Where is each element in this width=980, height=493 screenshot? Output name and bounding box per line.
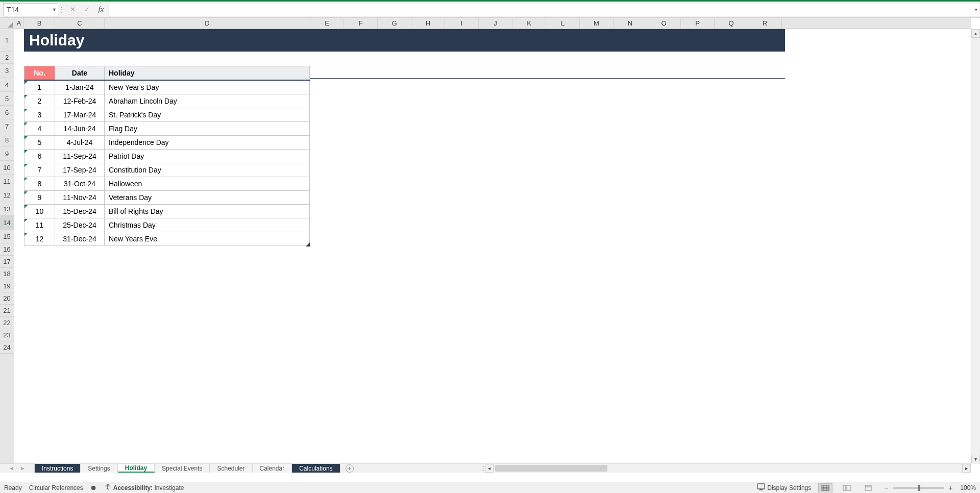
table-row[interactable]: 831-Oct-24Halloween xyxy=(24,177,310,191)
row-header-13[interactable]: 13 xyxy=(0,202,14,216)
row-header-3[interactable]: 3 xyxy=(0,64,14,78)
zoom-level[interactable]: 100% xyxy=(960,484,976,491)
col-header-holiday[interactable]: Holiday xyxy=(105,66,310,81)
sheet-tab-instructions[interactable]: Instructions xyxy=(35,464,81,473)
cell-holiday[interactable]: New Years Eve xyxy=(105,232,310,246)
name-box[interactable]: ▼ xyxy=(3,3,58,16)
col-header-G[interactable]: G xyxy=(378,18,411,29)
col-header-M[interactable]: M xyxy=(580,18,614,29)
cell-holiday[interactable]: Christmas Day xyxy=(105,218,310,232)
scroll-right-icon[interactable]: ► xyxy=(962,464,971,473)
table-row[interactable]: 414-Jun-24Flag Day xyxy=(24,122,310,136)
row-header-1[interactable]: 1 xyxy=(0,29,14,52)
col-header-L[interactable]: L xyxy=(546,18,580,29)
sheet-tab-calculations[interactable]: Calculations xyxy=(292,464,340,473)
formula-bar-expand-icon[interactable]: ▾ xyxy=(975,7,977,12)
cell-holiday[interactable]: Patriot Day xyxy=(105,150,310,163)
table-row[interactable]: 1015-Dec-24Bill of Rights Day xyxy=(24,205,310,218)
horizontal-scroll-thumb[interactable] xyxy=(495,465,607,472)
display-settings-button[interactable]: Display Settings xyxy=(757,483,811,492)
col-header-A[interactable]: A xyxy=(14,18,24,29)
cell-holiday[interactable]: Halloween xyxy=(105,177,310,191)
row-header-21[interactable]: 21 xyxy=(0,305,14,317)
cell-no[interactable]: 6 xyxy=(24,150,55,163)
scroll-left-icon[interactable]: ◄ xyxy=(485,464,494,473)
row-header-12[interactable]: 12 xyxy=(0,188,14,202)
row-header-18[interactable]: 18 xyxy=(0,268,14,280)
col-header-R[interactable]: R xyxy=(748,18,782,29)
view-page-layout-button[interactable] xyxy=(840,483,854,492)
cell-no[interactable]: 4 xyxy=(24,122,55,136)
formula-input-wrap[interactable]: ▾ xyxy=(108,3,980,16)
cell-date[interactable]: 25-Dec-24 xyxy=(55,218,105,232)
scroll-down-icon[interactable]: ▼ xyxy=(971,455,980,463)
cell-date[interactable]: 17-Mar-24 xyxy=(55,108,105,122)
row-header-2[interactable]: 2 xyxy=(0,52,14,64)
row-header-5[interactable]: 5 xyxy=(0,92,14,106)
cell-no[interactable]: 2 xyxy=(24,94,55,108)
row-header-23[interactable]: 23 xyxy=(0,329,14,341)
row-header-20[interactable]: 20 xyxy=(0,292,14,305)
col-header-F[interactable]: F xyxy=(344,18,378,29)
row-header-14[interactable]: 14 xyxy=(0,216,14,230)
col-header-K[interactable]: K xyxy=(512,18,546,29)
col-header-E[interactable]: E xyxy=(310,18,344,29)
table-row[interactable]: 911-Nov-24Veterans Day xyxy=(24,191,310,205)
accessibility-status[interactable]: Accessibility: Investigate xyxy=(104,483,184,492)
cell-no[interactable]: 9 xyxy=(24,191,55,205)
cell-date[interactable]: 31-Dec-24 xyxy=(55,232,105,246)
cell-no[interactable]: 11 xyxy=(24,218,55,232)
cell-date[interactable]: 4-Jul-24 xyxy=(55,136,105,150)
vertical-scrollbar[interactable]: ▲ ▼ xyxy=(971,29,980,463)
cell-holiday[interactable]: Bill of Rights Day xyxy=(105,205,310,218)
zoom-out-button[interactable]: − xyxy=(883,484,890,492)
cell-date[interactable]: 1-Jan-24 xyxy=(55,80,105,94)
add-sheet-button[interactable]: + xyxy=(340,464,359,473)
row-header-17[interactable]: 17 xyxy=(0,256,14,268)
view-normal-button[interactable] xyxy=(818,483,832,492)
sheet-tab-calendar[interactable]: Calendar xyxy=(253,464,292,473)
tab-nav-buttons[interactable]: ◄ ► xyxy=(0,464,35,473)
cells-viewport[interactable]: Holiday No. Date Holiday 11-Jan-24New Ye… xyxy=(14,29,971,463)
table-row[interactable]: 1125-Dec-24Christmas Day xyxy=(24,218,310,232)
cell-no[interactable]: 5 xyxy=(24,136,55,150)
sheet-tab-settings[interactable]: Settings xyxy=(81,464,117,473)
table-row[interactable]: 1231-Dec-24New Years Eve xyxy=(24,232,310,246)
cell-no[interactable]: 3 xyxy=(24,108,55,122)
col-header-D[interactable]: D xyxy=(105,18,310,29)
cell-holiday[interactable]: New Year's Day xyxy=(105,80,310,94)
cell-date[interactable]: 15-Dec-24 xyxy=(55,205,105,218)
column-headers[interactable]: ABCDEFGHIJKLMNOPQR xyxy=(14,18,971,29)
cell-holiday[interactable]: Veterans Day xyxy=(105,191,310,205)
zoom-controls[interactable]: − + 100% xyxy=(883,484,976,492)
cell-date[interactable]: 12-Feb-24 xyxy=(55,94,105,108)
name-box-dropdown-icon[interactable]: ▼ xyxy=(52,7,57,12)
cell-no[interactable]: 1 xyxy=(24,80,55,94)
row-header-7[interactable]: 7 xyxy=(0,119,14,133)
macro-record-icon[interactable]: ⏺ xyxy=(90,484,97,491)
col-header-H[interactable]: H xyxy=(411,18,445,29)
table-row[interactable]: 611-Sep-24Patriot Day xyxy=(24,150,310,163)
tab-prev-icon[interactable]: ◄ xyxy=(9,465,14,471)
row-header-9[interactable]: 9 xyxy=(0,147,14,161)
row-header-24[interactable]: 24 xyxy=(0,341,14,354)
row-header-22[interactable]: 22 xyxy=(0,317,14,329)
cell-date[interactable]: 14-Jun-24 xyxy=(55,122,105,136)
col-header-Q[interactable]: Q xyxy=(715,18,748,29)
row-header-16[interactable]: 16 xyxy=(0,243,14,256)
zoom-slider[interactable] xyxy=(893,487,944,489)
col-header-C[interactable]: C xyxy=(55,18,105,29)
cell-holiday[interactable]: Flag Day xyxy=(105,122,310,136)
cancel-formula-icon[interactable]: ✕ xyxy=(65,2,80,17)
col-header-O[interactable]: O xyxy=(647,18,681,29)
col-header-B[interactable]: B xyxy=(24,18,55,29)
zoom-in-button[interactable]: + xyxy=(947,484,954,492)
cell-holiday[interactable]: Independence Day xyxy=(105,136,310,150)
table-row[interactable]: 11-Jan-24New Year's Day xyxy=(24,80,310,94)
select-all-corner[interactable] xyxy=(0,18,14,29)
row-header-15[interactable]: 15 xyxy=(0,230,14,243)
cell-holiday[interactable]: Constitution Day xyxy=(105,163,310,177)
table-row[interactable]: 212-Feb-24Abraham Lincoln Day xyxy=(24,94,310,108)
col-header-N[interactable]: N xyxy=(614,18,647,29)
name-box-input[interactable] xyxy=(7,6,55,14)
